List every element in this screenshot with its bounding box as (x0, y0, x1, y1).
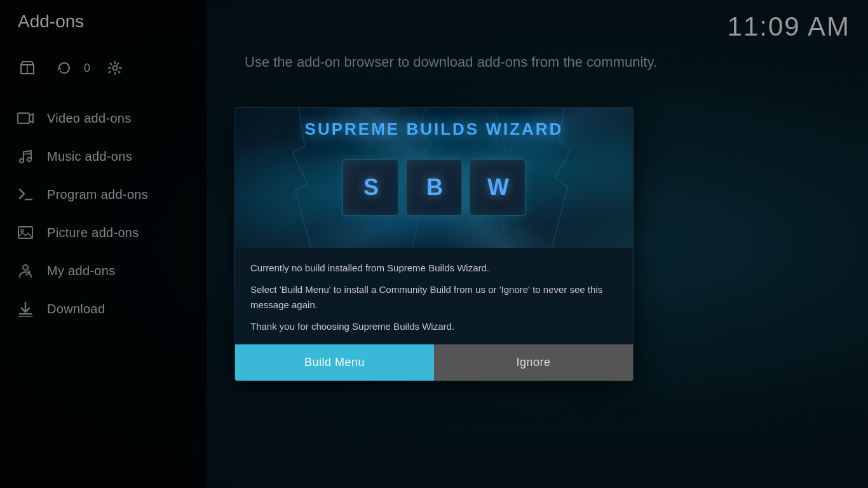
dialog-overlay: Supreme Builds Wizard S B W Currently no… (0, 0, 868, 488)
sbw-block-w: W (469, 159, 526, 216)
dialog-banner: Supreme Builds Wizard S B W (235, 108, 633, 248)
supreme-builds-dialog: Supreme Builds Wizard S B W Currently no… (234, 107, 634, 381)
dialog-buttons: Build Menu Ignore (235, 344, 633, 381)
dialog-body: Currently no build installed from Suprem… (235, 248, 633, 334)
sbw-block-b: B (405, 159, 463, 216)
banner-title: Supreme Builds Wizard (235, 119, 633, 139)
sbw-logo: S B W (342, 159, 526, 216)
build-menu-button[interactable]: Build Menu (235, 344, 434, 381)
ignore-button[interactable]: Ignore (434, 344, 633, 381)
dialog-message-1: Currently no build installed from Suprem… (250, 261, 618, 334)
sbw-block-s: S (342, 159, 399, 216)
